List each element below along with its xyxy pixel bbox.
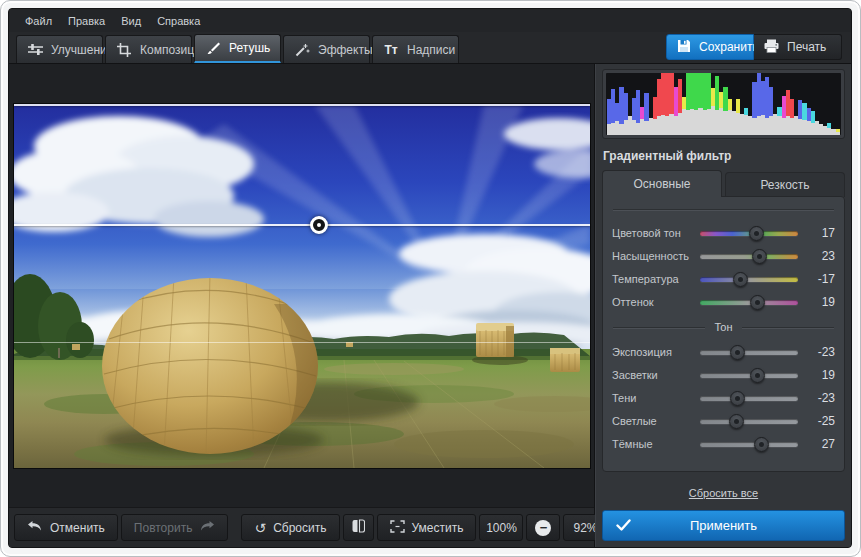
photo-image xyxy=(14,104,590,468)
tone-sliders-group: Экспозиция-23Засветки19Тени-23Светлые-25… xyxy=(612,341,835,456)
slider-track[interactable] xyxy=(700,436,798,453)
tab-label: Эффекты xyxy=(318,43,373,57)
slider-value: 27 xyxy=(807,437,835,451)
slider-track-bar[interactable] xyxy=(700,300,798,305)
reset-all-row: Сбросить все xyxy=(602,483,845,501)
histogram xyxy=(606,73,841,135)
tab-label: Улучшения xyxy=(51,43,113,57)
fit-screen-icon xyxy=(390,520,405,536)
tab-improvements[interactable]: Улучшения xyxy=(16,35,103,63)
minus-icon: − xyxy=(535,520,551,536)
slider-label: Засветки xyxy=(612,369,696,381)
zoom-out-button[interactable]: − xyxy=(526,514,560,541)
reset-all-link[interactable]: Сбросить все xyxy=(689,487,758,499)
slider-track-bar[interactable] xyxy=(700,396,798,401)
magic-wand-icon xyxy=(294,42,310,57)
print-label: Печать xyxy=(787,40,826,54)
slider-row: Тёмные27 xyxy=(612,433,835,455)
slider-track-bar[interactable] xyxy=(700,277,798,282)
compare-icon xyxy=(352,519,365,536)
slider-track[interactable] xyxy=(700,294,798,311)
slider-row: Засветки19 xyxy=(612,364,835,386)
slider-handle[interactable] xyxy=(730,391,745,406)
tab-retouch[interactable]: Ретушь xyxy=(194,34,281,63)
slider-value: -17 xyxy=(807,272,835,286)
reset-icon: ↺ xyxy=(254,521,266,535)
undo-button[interactable]: Отменить xyxy=(14,514,118,541)
redo-icon xyxy=(199,520,215,535)
menu-file[interactable]: Файл xyxy=(22,13,55,29)
adjust-sliders-icon xyxy=(27,42,43,57)
slider-row: Температура-17 xyxy=(612,268,835,290)
filter-title: Градиентный фильтр xyxy=(603,149,844,163)
slider-handle[interactable] xyxy=(733,272,748,287)
reset-button[interactable]: ↺ Сбросить xyxy=(241,514,339,541)
slider-value: 17 xyxy=(807,226,835,240)
app-window: Файл Правка Вид Справка Улучшения Композ… xyxy=(8,8,852,548)
slider-label: Насыщенность xyxy=(612,250,696,262)
menu-help[interactable]: Справка xyxy=(154,13,203,29)
save-button[interactable]: Сохранить xyxy=(666,34,754,60)
slider-row: Тени-23 xyxy=(612,387,835,409)
zoom-100-button[interactable]: 100% xyxy=(479,514,523,541)
slider-track[interactable] xyxy=(700,367,798,384)
tab-sharpness[interactable]: Резкость xyxy=(725,172,845,197)
slider-track-bar[interactable] xyxy=(700,350,798,355)
save-label: Сохранить xyxy=(699,40,759,54)
tone-section-header: Тон xyxy=(613,321,834,333)
slider-row: Оттенок19 xyxy=(612,291,835,313)
slider-handle[interactable] xyxy=(749,226,764,241)
basic-sliders-group: Цветовой тон17Насыщенность23Температура-… xyxy=(612,222,835,314)
slider-handle[interactable] xyxy=(750,368,765,383)
slider-track[interactable] xyxy=(700,413,798,430)
slider-value: 23 xyxy=(807,249,835,263)
tab-composition[interactable]: Композиция xyxy=(105,35,192,63)
slider-row: Насыщенность23 xyxy=(612,245,835,267)
menu-bar: Файл Правка Вид Справка xyxy=(9,9,851,32)
slider-track[interactable] xyxy=(700,248,798,265)
slider-value: -23 xyxy=(807,345,835,359)
slider-track-bar[interactable] xyxy=(700,419,798,424)
slider-track-bar[interactable] xyxy=(700,442,798,447)
slider-track-bar[interactable] xyxy=(700,254,798,259)
slider-label: Тени xyxy=(612,392,696,404)
filter-settings-panel: Цветовой тон17Насыщенность23Температура-… xyxy=(602,196,845,472)
zoom-100-label: 100% xyxy=(486,521,517,535)
slider-track[interactable] xyxy=(700,225,798,242)
tab-captions[interactable]: Tт Надписи xyxy=(372,35,459,63)
slider-handle[interactable] xyxy=(730,345,745,360)
slider-track[interactable] xyxy=(700,344,798,361)
text-icon: Tт xyxy=(383,42,399,57)
slider-value: 19 xyxy=(807,368,835,382)
slider-track[interactable] xyxy=(700,390,798,407)
slider-handle[interactable] xyxy=(750,295,765,310)
before-after-button[interactable] xyxy=(343,514,374,541)
menu-view[interactable]: Вид xyxy=(118,13,144,29)
slider-track-bar[interactable] xyxy=(700,373,798,378)
slider-label: Экспозиция xyxy=(612,346,696,358)
slider-track[interactable] xyxy=(700,271,798,288)
window-frame: Файл Правка Вид Справка Улучшения Композ… xyxy=(0,0,861,557)
crop-icon xyxy=(116,42,132,57)
menu-edit[interactable]: Правка xyxy=(65,13,108,29)
gradient-filter-handle[interactable] xyxy=(310,216,328,234)
photo-preview[interactable] xyxy=(14,104,590,468)
apply-button[interactable]: Применить xyxy=(602,510,845,541)
fit-button[interactable]: Уместить xyxy=(377,514,477,541)
slider-handle[interactable] xyxy=(729,414,744,429)
slider-label: Оттенок xyxy=(612,296,696,308)
printer-icon xyxy=(764,39,779,56)
action-buttons: Сохранить Печать xyxy=(666,34,842,60)
slider-value: 19 xyxy=(807,295,835,309)
print-button[interactable]: Печать xyxy=(754,34,842,60)
tab-basic[interactable]: Основные xyxy=(602,170,722,197)
tab-effects[interactable]: Эффекты xyxy=(283,35,370,63)
redo-button[interactable]: Повторить xyxy=(121,514,229,541)
canvas-area[interactable] xyxy=(9,64,594,507)
zoom-level-label: 92% xyxy=(573,521,597,535)
slider-handle[interactable] xyxy=(754,437,769,452)
reset-label: Сбросить xyxy=(273,521,326,535)
tab-label: Ретушь xyxy=(229,41,270,55)
slider-handle[interactable] xyxy=(752,249,767,264)
undo-label: Отменить xyxy=(50,521,105,535)
